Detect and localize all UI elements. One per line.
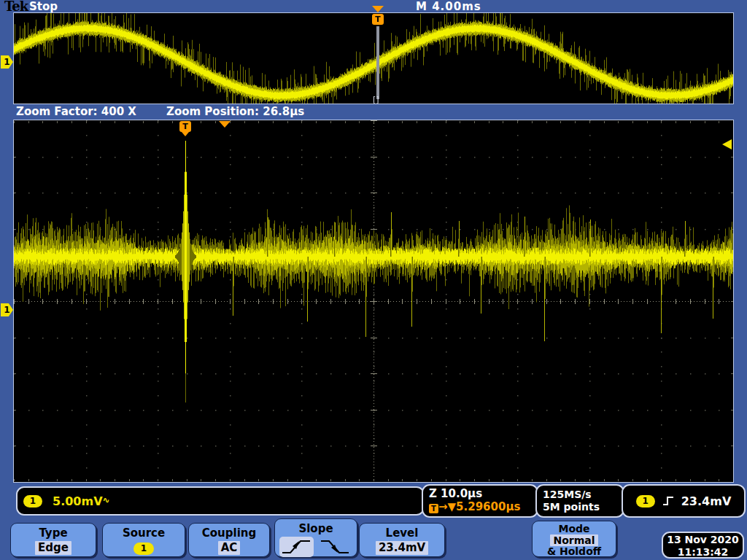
menu-slope-button[interactable]: Slope: [274, 518, 357, 557]
level-value: 23.4mV: [376, 541, 428, 555]
trigger-point-flag-tail-icon: [182, 132, 189, 136]
type-value: Edge: [35, 541, 71, 555]
menu-level-button[interactable]: Level 23.4mV: [359, 523, 445, 557]
zoom-scale-readout: Z 10.0µs: [429, 488, 520, 500]
type-label: Type: [11, 526, 96, 540]
trigger-level-readout: 23.4mV: [681, 494, 732, 508]
expansion-point-arrow-icon[interactable]: [219, 121, 231, 128]
trigger-readout[interactable]: 1 23.4mV: [622, 484, 746, 518]
acquisition-status: Stop: [29, 0, 58, 13]
datetime-display: 13 Nov 2020 11:13:42: [662, 532, 744, 559]
acquisition-readout: 125MS/s 5M points: [535, 484, 624, 518]
ac-coupling-icon: ∿: [103, 495, 110, 505]
rising-edge-icon: [662, 495, 674, 507]
zoom-factor-label: Zoom Factor: 400 X: [16, 105, 136, 118]
timebase-readout: M 4.00ms: [416, 0, 481, 13]
trigger-position-arrow-icon[interactable]: [372, 6, 384, 12]
date-text: 13 Nov 2020: [663, 534, 743, 546]
rising-slope-icon[interactable]: [279, 537, 314, 557]
slope-label: Slope: [275, 521, 357, 536]
mode-value: Normal: [550, 534, 597, 546]
menu-type-button[interactable]: Type Edge: [10, 523, 96, 557]
zoom-window-bar[interactable]: [376, 26, 379, 99]
menu-source-button[interactable]: Source 1: [102, 523, 185, 557]
channel1-reference-marker-main[interactable]: 1: [1, 303, 13, 316]
mode-value2: & Holdoff: [533, 546, 616, 557]
overview-waveform-window: T []: [13, 12, 734, 104]
trigger-source-badge: 1: [636, 495, 655, 508]
sample-rate: 125MS/s: [543, 489, 600, 501]
source-value-badge: 1: [133, 542, 154, 555]
record-length: 5M points: [543, 501, 600, 513]
zoom-position-label: Zoom Position: 26.8µs: [166, 105, 304, 118]
trigger-position-flag-icon[interactable]: T: [372, 14, 384, 25]
channel1-badge: 1: [23, 495, 42, 508]
zoom-waveform-window: T: [13, 120, 734, 483]
channel1-scale: 5.00mV∿: [53, 494, 110, 508]
zoom-timebase-readout[interactable]: Z 10.0µs T→▼5.29600µs: [422, 484, 538, 518]
trigger-point-flag-icon[interactable]: T: [179, 121, 191, 132]
level-label: Level: [360, 526, 444, 540]
channel1-readout[interactable]: 1 5.00mV∿: [16, 486, 425, 516]
source-label: Source: [103, 526, 185, 540]
mode-label: Mode: [533, 524, 616, 534]
trigger-time-readout: T→▼5.29600µs: [429, 500, 520, 514]
coupling-label: Coupling: [189, 526, 269, 540]
oscilloscope-screen: Tek Stop M 4.00ms T [] 1 Zoom Factor: 40…: [0, 0, 747, 560]
menu-coupling-button[interactable]: Coupling AC: [188, 523, 270, 557]
menu-mode-button[interactable]: Mode Normal & Holdoff: [532, 521, 616, 557]
overview-waveform: [14, 13, 733, 104]
channel1-reference-marker-top[interactable]: 1: [1, 55, 13, 69]
zoom-waveform: [14, 120, 733, 482]
trigger-t-icon: T: [429, 504, 438, 513]
coupling-value: AC: [218, 541, 241, 555]
time-text: 11:13:42: [663, 546, 743, 559]
trigger-level-marker-icon[interactable]: [722, 139, 732, 149]
zoom-window-bracket[interactable]: []: [373, 95, 379, 104]
falling-slope-icon[interactable]: [318, 537, 352, 557]
